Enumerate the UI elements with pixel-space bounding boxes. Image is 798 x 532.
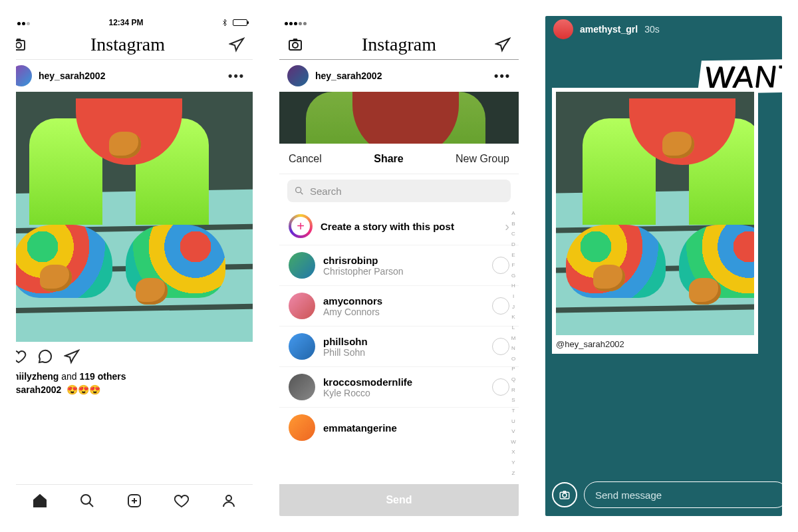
search-placeholder: Search <box>310 186 342 197</box>
svg-rect-0 <box>16 41 25 50</box>
more-options-icon: ••• <box>494 69 511 83</box>
cancel-button[interactable]: Cancel <box>289 153 322 165</box>
liker-name: miilyzheng <box>16 371 59 382</box>
add-tab-icon[interactable] <box>126 493 142 509</box>
contact-row[interactable]: phillsohnPhill Sohn <box>279 327 519 367</box>
app-header: Instagram <box>279 29 519 60</box>
avatar <box>287 65 309 86</box>
post-actions <box>16 342 253 371</box>
search-icon <box>294 186 305 196</box>
like-icon[interactable] <box>16 348 27 364</box>
alpha-index[interactable]: ABCDEFGHIJKLMNOPQRSTUVWXYZ <box>509 210 517 476</box>
story-header: amethyst_grl 30s <box>545 16 782 43</box>
select-circle[interactable] <box>492 297 509 315</box>
embedded-post[interactable]: @hey_sarah2002 <box>552 88 758 354</box>
more-options-icon[interactable]: ••• <box>228 69 245 83</box>
select-circle[interactable] <box>492 338 509 355</box>
story-username[interactable]: amethyst_grl <box>580 24 638 35</box>
likes-count: 119 others <box>80 371 126 382</box>
contact-row[interactable]: kroccosmodernlifeKyle Rocco <box>279 367 519 408</box>
story-camera-button[interactable] <box>552 482 577 507</box>
camera-icon <box>287 37 303 53</box>
status-bar: 12:34 PM <box>16 16 253 29</box>
signal-dots-icon <box>16 18 31 27</box>
caption-text: 😍😍😍 <box>66 384 100 395</box>
search-tab-icon[interactable] <box>79 493 95 509</box>
activity-tab-icon[interactable] <box>174 493 190 509</box>
bluetooth-icon <box>221 18 229 27</box>
screen-feed: 12:34 PM Instagram hey_sarah2002 ••• <box>16 16 253 516</box>
screen-share: Instagram hey_sarah2002 ••• Cancel Share <box>279 16 519 516</box>
avatar <box>289 333 315 360</box>
status-time: 12:34 PM <box>108 18 143 27</box>
post-attribution: @hey_sarah2002 <box>556 335 754 349</box>
profile-tab-icon[interactable] <box>221 493 237 509</box>
post-username: hey_sarah2002 <box>315 70 382 81</box>
avatar[interactable] <box>16 65 32 86</box>
caption-username[interactable]: _sarah2002 <box>16 384 61 395</box>
battery-icon <box>233 19 247 26</box>
avatar <box>289 374 315 400</box>
contact-row[interactable]: amyconnorsAmy Connors <box>279 286 519 327</box>
likes-row[interactable]: miilyzheng and 119 others <box>16 371 253 382</box>
signal-dots-icon <box>285 18 308 27</box>
send-button[interactable]: Send <box>279 484 519 516</box>
search-input[interactable]: Search <box>287 180 511 202</box>
sheet-title: Share <box>374 153 403 165</box>
screen-story: amethyst_grl 30s WANT @hey_sarah2002 <box>545 16 782 516</box>
avatar[interactable] <box>553 19 573 39</box>
svg-point-6 <box>293 43 298 48</box>
svg-point-1 <box>16 43 21 48</box>
camera-icon <box>559 489 571 501</box>
story-background[interactable]: amethyst_grl 30s WANT @hey_sarah2002 <box>545 16 782 516</box>
new-group-button[interactable]: New Group <box>456 153 509 165</box>
home-tab-icon[interactable] <box>32 493 48 509</box>
svg-point-4 <box>226 495 231 501</box>
post-image[interactable] <box>16 92 253 342</box>
avatar <box>289 293 315 319</box>
svg-point-7 <box>296 188 301 193</box>
comment-icon[interactable] <box>37 348 53 364</box>
svg-point-2 <box>81 495 90 504</box>
story-ring-icon: + <box>289 214 313 238</box>
post-username[interactable]: hey_sarah2002 <box>39 70 105 81</box>
select-circle[interactable] <box>492 378 509 396</box>
contact-row[interactable]: chrisrobinpChristopher Parson <box>279 245 519 286</box>
select-circle[interactable] <box>492 257 509 274</box>
post-header: hey_sarah2002 ••• <box>279 60 519 92</box>
avatar <box>289 414 315 441</box>
share-sheet: Cancel Share New Group Search + Create a… <box>279 144 519 516</box>
camera-icon[interactable] <box>16 37 27 53</box>
message-placeholder: Send message <box>595 489 662 501</box>
instagram-logo: Instagram <box>362 34 436 55</box>
create-story-row[interactable]: + Create a story with this post › <box>279 207 519 245</box>
status-bar <box>279 16 519 29</box>
avatar <box>289 252 315 279</box>
story-age: 30s <box>644 24 660 35</box>
post-image <box>279 92 519 152</box>
create-story-label: Create a story with this post <box>321 221 497 232</box>
share-icon[interactable] <box>64 348 80 364</box>
contact-row[interactable]: emmatangerine <box>279 408 519 448</box>
tab-bar <box>16 484 253 516</box>
caption: _sarah2002 😍😍😍 <box>16 382 253 398</box>
chevron-right-icon: › <box>505 219 509 234</box>
post-header: hey_sarah2002 ••• <box>16 60 253 92</box>
message-input[interactable]: Send message <box>584 481 782 508</box>
svg-point-9 <box>563 493 567 497</box>
direct-icon[interactable] <box>229 37 245 53</box>
instagram-logo: Instagram <box>90 34 165 55</box>
app-header: Instagram <box>16 29 253 60</box>
direct-icon <box>495 37 511 53</box>
